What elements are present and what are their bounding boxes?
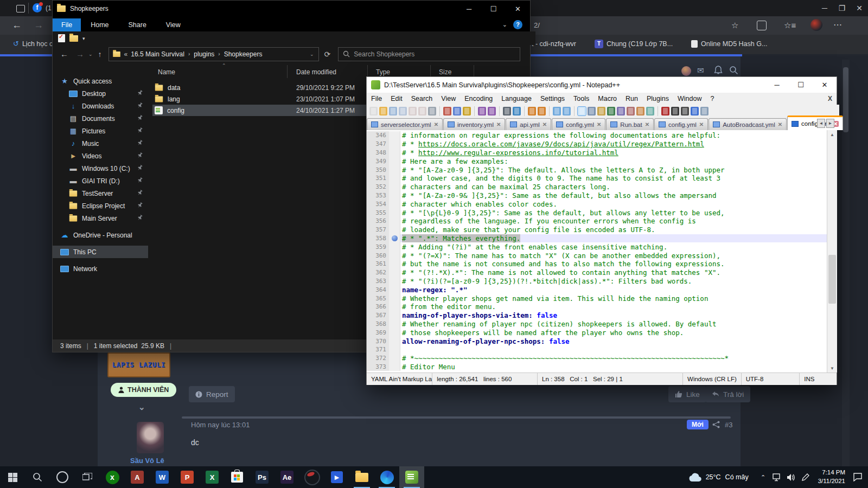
taskbar-photoshop-icon[interactable]: Ps [250, 466, 275, 488]
bookmark-margin[interactable] [389, 268, 400, 277]
function-list-icon[interactable] [607, 107, 615, 115]
task-view-icon[interactable] [75, 466, 100, 488]
network-icon[interactable] [770, 466, 784, 488]
sync-vertical-icon[interactable] [553, 107, 561, 115]
address-bar[interactable]: « 16.5 Main Survival›plugins›Shopkeepers… [108, 47, 319, 61]
replace-icon[interactable] [513, 107, 521, 115]
bookmark-item[interactable]: TChung (C19 Lớp 7B... [595, 40, 673, 48]
sidebar-item-quick-access[interactable]: ★Quick access [53, 75, 148, 87]
bookmark-margin[interactable] [389, 311, 400, 320]
editor-tab-serverselector-yml[interactable]: serverselector.yml✕ [367, 118, 443, 130]
pen-icon[interactable] [799, 466, 813, 488]
ribbon-tab-share[interactable]: Share [119, 18, 156, 31]
sidebar-item-giai-tri-d-[interactable]: ▬GIAI TRI (D:) [53, 175, 148, 187]
explorer-back-icon[interactable]: ← [60, 49, 68, 59]
notepadpp-close-button[interactable]: ✕ [813, 77, 837, 93]
sidebar-item-onedrive-personal[interactable]: ☁OneDrive - Personal [53, 229, 148, 241]
share-icon[interactable] [712, 421, 720, 428]
bookmark-margin[interactable] [389, 251, 400, 260]
sidebar-item-videos[interactable]: ▶Videos [53, 150, 148, 162]
menu-language[interactable]: Language [497, 95, 536, 102]
weather-widget[interactable]: 25°C Có mây [688, 472, 749, 482]
ribbon-tab-file[interactable]: File [53, 18, 81, 31]
taskbar-file-explorer-icon[interactable] [349, 466, 374, 488]
bookmark-margin[interactable] [389, 285, 400, 294]
browser-restore-button[interactable]: ❐ [833, 0, 851, 16]
close-icon[interactable] [409, 107, 417, 115]
new-file-icon[interactable] [369, 107, 378, 115]
editor-tab-run-bat[interactable]: Run.bat✕ [606, 118, 654, 130]
address-bar-fragment[interactable]: 2/ [534, 21, 540, 29]
menu-run[interactable]: Run [621, 95, 642, 102]
forum-scrollbar[interactable] [842, 60, 850, 466]
print-icon[interactable] [428, 107, 436, 115]
browser-forward-icon[interactable]: → [34, 20, 43, 31]
file-row-data[interactable]: data29/10/2021 9:22 PM [152, 82, 376, 93]
bookmark-margin[interactable] [389, 217, 400, 226]
breadcrumb-segment[interactable]: 16.5 Main Survival [131, 50, 184, 58]
save-icon[interactable] [389, 107, 397, 115]
bookmark-margin[interactable] [389, 303, 400, 311]
tab-scroll-right-icon[interactable]: ► [826, 119, 834, 128]
notepadpp-minimize-button[interactable]: ─ [765, 77, 789, 93]
zoom-out-icon[interactable] [538, 107, 546, 115]
explorer-minimize-button[interactable]: ─ [457, 1, 481, 17]
editor-tab-config-yml[interactable]: config.yml✕ [787, 115, 843, 130]
volume-icon[interactable] [784, 466, 799, 488]
editor-tab-api-yml[interactable]: api.yml✕ [506, 118, 551, 130]
menu-plugins[interactable]: Plugins [642, 95, 673, 102]
favorite-star-icon[interactable]: ☆ [731, 21, 738, 30]
bookmark-item[interactable]: Online MD5 Hash G... [691, 40, 767, 48]
bookmark-margin[interactable] [389, 337, 400, 345]
bookmark-margin[interactable] [389, 234, 400, 243]
redo-icon[interactable] [488, 107, 496, 115]
taskbar-clock[interactable]: 7:14 PM 3/11/2021 [818, 468, 845, 485]
favorites-bar-icon[interactable]: ☆≡ [784, 21, 796, 30]
explorer-up-icon[interactable]: ↑ [98, 50, 102, 59]
menu-close-x[interactable]: X [828, 95, 832, 102]
column-header-size[interactable]: Size [439, 68, 451, 76]
bookmark-margin[interactable] [389, 260, 400, 268]
taskbar-after-effects-icon[interactable]: Ae [275, 466, 299, 488]
refresh-icon[interactable]: ⟳ [324, 50, 331, 59]
bookmark-margin[interactable] [389, 131, 400, 140]
zoom-in-icon[interactable] [528, 107, 536, 115]
taskbar-search-icon[interactable] [25, 466, 50, 488]
post-avatar[interactable] [137, 422, 164, 453]
scroll-down-icon[interactable]: ▼ [827, 364, 837, 373]
editor-tab-config-yml[interactable]: config.yml✕ [654, 118, 708, 130]
like-button[interactable]: Like [668, 386, 706, 402]
bookmark-margin[interactable] [389, 140, 400, 149]
menu-macro[interactable]: Macro [593, 95, 621, 102]
address-dropdown-icon[interactable]: ⌄ [310, 52, 314, 57]
tab-close-icon[interactable]: ✕ [699, 121, 704, 127]
sidebar-item-main-server[interactable]: Main Server [53, 212, 148, 224]
macro-play-icon[interactable] [681, 107, 689, 115]
find-icon[interactable] [503, 107, 511, 115]
undo-icon[interactable] [478, 107, 486, 115]
bookmark-margin[interactable] [389, 149, 400, 157]
editor-tab-config-yml[interactable]: config.yml✕ [552, 118, 605, 130]
bookmark-margin[interactable] [389, 191, 400, 200]
taskbar-access-icon[interactable]: A [125, 466, 150, 488]
show-symbols-icon[interactable] [588, 107, 596, 115]
column-header-type[interactable]: Type [376, 68, 390, 76]
start-button[interactable] [0, 466, 25, 488]
word-wrap-icon[interactable] [578, 107, 586, 115]
bookmark-margin[interactable] [389, 208, 400, 217]
recent-locations-icon[interactable]: ⌄ [88, 52, 93, 57]
mail-icon[interactable]: ✉ [697, 66, 704, 75]
help-icon[interactable]: ? [513, 20, 522, 29]
editor-area[interactable]: 346# information on regular expressions … [367, 130, 827, 374]
notepadpp-maximize-button[interactable]: ☐ [789, 77, 813, 93]
indent-guide-icon[interactable] [597, 107, 605, 115]
menu-help[interactable]: ? [706, 95, 718, 102]
sidebar-item-network[interactable]: Network [53, 262, 148, 275]
vertical-tabs-icon[interactable] [16, 5, 25, 12]
browser-tab-title[interactable]: (1 [46, 4, 52, 12]
post-number[interactable]: #3 [725, 421, 732, 429]
bookmark-margin[interactable] [389, 174, 400, 183]
sidebar-item-testserver[interactable]: TestServer [53, 187, 148, 200]
bookmark-margin[interactable] [389, 363, 400, 371]
sidebar-item-desktop[interactable]: Desktop [53, 87, 148, 100]
